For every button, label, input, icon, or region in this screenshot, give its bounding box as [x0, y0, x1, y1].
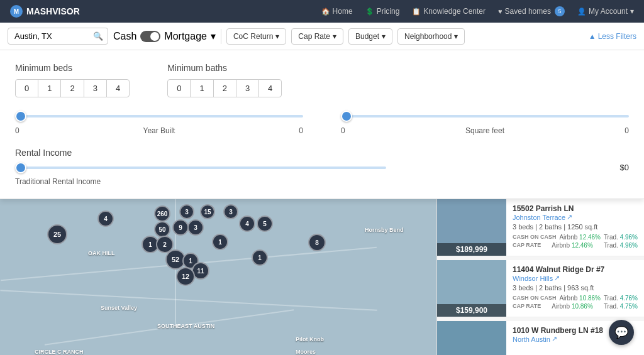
external-link-icon: ↗: [554, 274, 560, 282]
map-label-pilot: Pilot Knob: [296, 336, 324, 342]
year-built-min-value: 0: [15, 126, 19, 135]
map-cluster[interactable]: 1: [252, 249, 268, 266]
map-cluster[interactable]: 15: [200, 204, 215, 219]
nav-account[interactable]: 👤 My Account ▾: [577, 7, 634, 16]
map-cluster[interactable]: 9: [172, 219, 189, 236]
stats-row-2: CAP RATE Airbnb 12.46% Trad. 4.96%: [513, 242, 638, 249]
logo-icon: M: [10, 5, 23, 18]
baths-0-button[interactable]: 0: [167, 79, 191, 97]
map-cluster[interactable]: 4: [97, 210, 114, 227]
user-icon: 👤: [577, 8, 586, 16]
rental-income-label: Rental Income: [15, 148, 629, 158]
neighborhood-chevron-icon: ▾: [454, 32, 458, 41]
map-label-circle-c: CIRCLE C RANCH: [35, 349, 84, 355]
map-cluster[interactable]: 5: [257, 216, 273, 232]
sqft-slider-wrap: [341, 110, 629, 123]
navbar: M MASHVISOR 🏠 Home 💲 Pricing 📋 Knowledge…: [0, 0, 644, 23]
coc-label: CASH ON CASH: [513, 234, 557, 241]
mortgage-label: Mortgage: [164, 31, 207, 42]
rental-income-slider[interactable]: [15, 167, 386, 169]
filter-bar: 🔍 Cash Mortgage ▾ CoC Return ▾ Cap Rate …: [0, 23, 644, 50]
sqft-min-value: 0: [341, 126, 345, 135]
listing-price: $159,900: [437, 304, 506, 317]
beds-btn-group: 0 1 2 3 4: [15, 79, 130, 97]
chat-icon: 💬: [614, 325, 628, 339]
rental-income-value: $0: [620, 163, 629, 172]
map-cluster[interactable]: 1: [212, 234, 228, 250]
map-cluster[interactable]: 25: [47, 224, 67, 244]
budget-filter[interactable]: Budget ▾: [348, 28, 392, 45]
year-built-slider-wrap: [15, 110, 303, 123]
cap-trad-val-1: 4.96%: [620, 242, 638, 249]
baths-4-button[interactable]: 4: [258, 79, 282, 97]
saved-count-badge: 5: [555, 6, 565, 16]
map-area[interactable]: 2542603153509345121852111121 CIRCLE C RA…: [0, 199, 436, 355]
sliders-row: 0 Year Built 0 0 Square feet 0: [15, 110, 629, 135]
beds-2-button[interactable]: 2: [60, 79, 84, 97]
cap-trad-2: Trad. 4.75%: [604, 303, 638, 310]
map-cluster[interactable]: 260: [154, 205, 170, 222]
map-cluster[interactable]: 3: [179, 204, 194, 219]
baths-2-button[interactable]: 2: [213, 79, 236, 97]
airbnb-label-1: Airbnb 12.46%: [559, 234, 601, 241]
budget-chevron-icon: ▾: [382, 32, 386, 41]
beds-0-button[interactable]: 0: [15, 79, 38, 97]
cap-trad-val-2: 4.75%: [620, 303, 638, 310]
min-baths-label: Minimum baths: [167, 63, 282, 73]
neighborhood-filter[interactable]: Neighborhood ▾: [397, 28, 465, 45]
cap-airbnb-2: Airbnb 10.86%: [552, 303, 593, 310]
airbnb-val-2: 10.86%: [579, 295, 601, 302]
beds-1-button[interactable]: 1: [38, 79, 61, 97]
cash-mortgage-toggle[interactable]: [140, 31, 160, 42]
year-built-labels: 0 Year Built 0: [15, 126, 303, 135]
map-cluster[interactable]: 3: [223, 204, 238, 219]
cash-label: Cash: [113, 31, 136, 42]
less-filters-button[interactable]: ▲ Less Filters: [589, 32, 636, 41]
sqft-labels: 0 Square feet 0: [341, 126, 629, 135]
beds-3-button[interactable]: 3: [84, 79, 107, 97]
year-built-slider[interactable]: [15, 115, 303, 117]
map-label-hornsby: Hornsby Bend: [365, 227, 404, 233]
map-cluster[interactable]: 4: [239, 216, 255, 232]
chat-button[interactable]: 💬: [609, 320, 634, 345]
listing-location: Johnston Terrace ↗: [513, 213, 638, 221]
listing-image: $159,900: [437, 260, 506, 317]
map-cluster[interactable]: 8: [308, 234, 326, 251]
logo-text: MASHVISOR: [26, 6, 80, 16]
cap-airbnb-val-1: 12.46%: [572, 242, 593, 249]
beds-baths-row: Minimum beds 0 1 2 3 4 Minimum baths 0 1…: [15, 63, 629, 97]
chevron-up-icon: ▲: [589, 32, 596, 41]
baths-3-button[interactable]: 3: [236, 79, 259, 97]
cash-toggle-group: Cash Mortgage ▾: [113, 30, 216, 42]
nav-knowledge[interactable]: 📋 Knowledge Center: [412, 7, 486, 16]
baths-1-button[interactable]: 1: [190, 79, 213, 97]
nav-pricing[interactable]: 💲 Pricing: [365, 7, 400, 16]
external-link-icon: ↗: [567, 213, 572, 221]
map-label-oak-hill: OAK HILL: [88, 250, 115, 256]
listing-location: Windsor Hills ↗: [513, 274, 638, 282]
search-icon: 🔍: [93, 31, 103, 41]
airbnb-label-2: Airbnb 10.86%: [559, 295, 601, 302]
cap-trad-1: Trad. 4.96%: [604, 242, 638, 249]
sqft-max-value: 0: [625, 126, 629, 135]
nav-home[interactable]: 🏠 Home: [321, 7, 353, 16]
external-link-icon: ↗: [552, 335, 557, 343]
home-icon: 🏠: [321, 8, 330, 16]
beds-4-button[interactable]: 4: [106, 79, 130, 97]
coc-return-filter[interactable]: CoC Return ▾: [226, 28, 286, 45]
nav-saved-homes[interactable]: ♥ Saved homes 5: [498, 6, 565, 16]
trad-label-1: Trad. 4.96%: [604, 234, 638, 241]
listing-image: $189,999: [437, 199, 506, 256]
map-cluster[interactable]: 12: [176, 267, 195, 286]
map-cluster[interactable]: 3: [187, 219, 204, 236]
cap-rate-filter[interactable]: Cap Rate ▾: [291, 28, 343, 45]
listing-price: $189,999: [437, 243, 506, 256]
coc-chevron-icon: ▾: [275, 32, 279, 41]
map-cluster[interactable]: 50: [154, 221, 170, 238]
rental-sub-label: Traditional Rental Income: [15, 177, 629, 186]
cap-airbnb-1: Airbnb 12.46%: [552, 242, 593, 249]
listing-address: 11404 Walnut Ridge Dr #7: [513, 265, 638, 274]
sqft-slider[interactable]: [341, 115, 629, 117]
listing-info: 11404 Walnut Ridge Dr #7 Windsor Hills ↗…: [506, 260, 644, 317]
map-label-sunset: Sunset Valley: [101, 305, 137, 311]
